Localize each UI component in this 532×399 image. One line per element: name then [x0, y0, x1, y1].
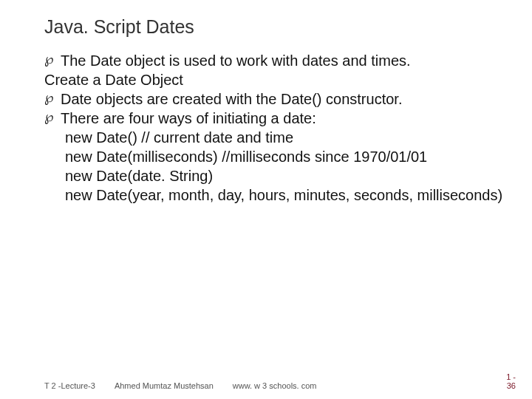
footer-site: www. w 3 schools. com [233, 381, 317, 390]
footer-page: 1 - 36 [506, 372, 516, 390]
bullet-intro: The Date object is used to work with dat… [44, 51, 504, 70]
slide-footer: T 2 -Lecture-3 Ahmed Mumtaz Mustehsan ww… [0, 372, 532, 390]
code-line-4: new Date(year, month, day, hours, minute… [44, 185, 504, 205]
slide-title: Java. Script Dates [44, 16, 504, 38]
footer-left: T 2 -Lecture-3 Ahmed Mumtaz Mustehsan ww… [44, 381, 316, 390]
footer-page-bottom: 36 [506, 381, 516, 390]
footer-author: Ahmed Mumtaz Mustehsan [115, 381, 214, 390]
code-line-2: new Date(milliseconds) //milliseconds si… [44, 147, 504, 166]
slide: Java. Script Dates The Date object is us… [0, 0, 532, 399]
footer-page-top: 1 - [506, 372, 516, 381]
slide-body: The Date object is used to work with dat… [44, 51, 504, 205]
code-line-3: new Date(date. String) [44, 166, 504, 185]
code-line-1: new Date() // current date and time [44, 128, 504, 147]
footer-lecture: T 2 -Lecture-3 [44, 381, 95, 390]
subtitle-create: Create a Date Object [44, 70, 504, 89]
bullet-ways: There are four ways of initiating a date… [44, 109, 504, 128]
bullet-constructor: Date objects are created with the Date()… [44, 89, 504, 109]
